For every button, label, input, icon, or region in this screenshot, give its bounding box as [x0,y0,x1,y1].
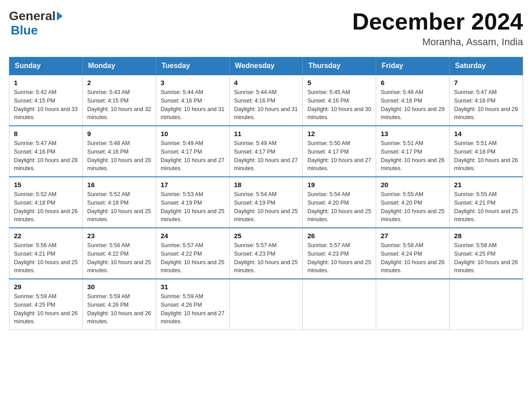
day-number: 8 [14,130,78,137]
day-info: Sunrise: 5:48 AMSunset: 4:16 PMDaylight:… [87,139,151,173]
day-number: 24 [161,232,225,240]
calendar-cell: 29Sunrise: 5:59 AMSunset: 4:25 PMDayligh… [9,279,83,330]
day-number: 26 [307,232,371,240]
week-row-2: 8Sunrise: 5:47 AMSunset: 4:16 PMDaylight… [9,126,523,177]
day-info: Sunrise: 5:47 AMSunset: 4:16 PMDaylight:… [454,88,518,122]
logo-blue-text: Blue [11,23,38,37]
day-number: 16 [87,181,151,188]
day-info: Sunrise: 5:52 AMSunset: 4:18 PMDaylight:… [87,190,151,224]
day-number: 2 [87,79,151,86]
day-number: 25 [234,232,298,240]
day-info: Sunrise: 5:50 AMSunset: 4:17 PMDaylight:… [307,139,371,173]
day-info: Sunrise: 5:42 AMSunset: 4:15 PMDaylight:… [14,88,78,122]
day-info: Sunrise: 5:58 AMSunset: 4:25 PMDaylight:… [454,241,518,275]
day-info: Sunrise: 5:54 AMSunset: 4:19 PMDaylight:… [234,190,298,224]
week-row-3: 15Sunrise: 5:52 AMSunset: 4:18 PMDayligh… [9,177,523,228]
day-number: 22 [14,232,78,240]
day-number: 11 [234,130,298,137]
calendar-cell [376,279,450,330]
day-number: 29 [14,283,78,291]
day-info: Sunrise: 5:56 AMSunset: 4:22 PMDaylight:… [87,241,151,275]
month-year-title: December 2024 [352,9,523,34]
calendar-cell: 9Sunrise: 5:48 AMSunset: 4:16 PMDaylight… [82,126,156,177]
calendar-cell: 3Sunrise: 5:44 AMSunset: 4:16 PMDaylight… [156,75,229,126]
day-number: 21 [454,181,518,188]
calendar-cell: 30Sunrise: 5:59 AMSunset: 4:26 PMDayligh… [82,279,156,330]
day-info: Sunrise: 5:59 AMSunset: 4:26 PMDaylight:… [161,292,225,326]
calendar-cell: 12Sunrise: 5:50 AMSunset: 4:17 PMDayligh… [303,126,376,177]
calendar-cell: 23Sunrise: 5:56 AMSunset: 4:22 PMDayligh… [82,228,156,279]
day-info: Sunrise: 5:51 AMSunset: 4:18 PMDaylight:… [454,139,518,173]
day-info: Sunrise: 5:52 AMSunset: 4:18 PMDaylight:… [14,190,78,224]
day-number: 10 [161,130,225,137]
day-info: Sunrise: 5:44 AMSunset: 4:16 PMDaylight:… [234,88,298,122]
day-number: 28 [454,232,518,240]
calendar-cell: 15Sunrise: 5:52 AMSunset: 4:18 PMDayligh… [9,177,83,228]
location-subtitle: Moranha, Assam, India [352,36,523,48]
title-area: December 2024 Moranha, Assam, India [352,9,523,48]
day-info: Sunrise: 5:53 AMSunset: 4:19 PMDaylight:… [161,190,225,224]
logo-general-text: General [9,9,56,23]
calendar-cell: 22Sunrise: 5:56 AMSunset: 4:21 PMDayligh… [9,228,83,279]
logo-triangle-icon [57,12,63,21]
day-info: Sunrise: 5:58 AMSunset: 4:24 PMDaylight:… [381,241,445,275]
col-header-tuesday: Tuesday [156,57,229,75]
day-info: Sunrise: 5:44 AMSunset: 4:16 PMDaylight:… [161,88,225,122]
calendar-cell: 1Sunrise: 5:42 AMSunset: 4:15 PMDaylight… [9,75,83,126]
calendar-header-row: SundayMondayTuesdayWednesdayThursdayFrid… [9,57,523,75]
calendar-cell: 27Sunrise: 5:58 AMSunset: 4:24 PMDayligh… [376,228,450,279]
day-number: 7 [454,79,518,86]
calendar-cell: 20Sunrise: 5:55 AMSunset: 4:20 PMDayligh… [376,177,450,228]
day-info: Sunrise: 5:49 AMSunset: 4:17 PMDaylight:… [234,139,298,173]
day-number: 3 [161,79,225,86]
page-header: General Blue December 2024 Moranha, Assa… [9,9,523,48]
calendar-table: SundayMondayTuesdayWednesdayThursdayFrid… [9,57,523,330]
day-number: 17 [161,181,225,188]
calendar-cell [229,279,303,330]
day-info: Sunrise: 5:59 AMSunset: 4:25 PMDaylight:… [14,292,78,326]
day-number: 5 [307,79,371,86]
calendar-cell: 17Sunrise: 5:53 AMSunset: 4:19 PMDayligh… [156,177,229,228]
day-number: 30 [87,283,151,291]
calendar-cell: 24Sunrise: 5:57 AMSunset: 4:22 PMDayligh… [156,228,229,279]
calendar-cell: 25Sunrise: 5:57 AMSunset: 4:23 PMDayligh… [229,228,303,279]
col-header-thursday: Thursday [303,57,376,75]
calendar-cell: 13Sunrise: 5:51 AMSunset: 4:17 PMDayligh… [376,126,450,177]
calendar-cell: 19Sunrise: 5:54 AMSunset: 4:20 PMDayligh… [303,177,376,228]
col-header-wednesday: Wednesday [229,57,303,75]
day-info: Sunrise: 5:45 AMSunset: 4:16 PMDaylight:… [307,88,371,122]
col-header-monday: Monday [82,57,156,75]
logo: General Blue [9,9,63,38]
day-info: Sunrise: 5:55 AMSunset: 4:20 PMDaylight:… [381,190,445,224]
calendar-cell: 11Sunrise: 5:49 AMSunset: 4:17 PMDayligh… [229,126,303,177]
day-info: Sunrise: 5:55 AMSunset: 4:21 PMDaylight:… [454,190,518,224]
calendar-cell: 6Sunrise: 5:46 AMSunset: 4:16 PMDaylight… [376,75,450,126]
calendar-cell: 8Sunrise: 5:47 AMSunset: 4:16 PMDaylight… [9,126,83,177]
col-header-saturday: Saturday [450,57,523,75]
day-info: Sunrise: 5:56 AMSunset: 4:21 PMDaylight:… [14,241,78,275]
day-info: Sunrise: 5:43 AMSunset: 4:15 PMDaylight:… [87,88,151,122]
day-number: 20 [381,181,445,188]
day-info: Sunrise: 5:57 AMSunset: 4:23 PMDaylight:… [234,241,298,275]
day-info: Sunrise: 5:54 AMSunset: 4:20 PMDaylight:… [307,190,371,224]
day-number: 9 [87,130,151,137]
day-info: Sunrise: 5:49 AMSunset: 4:17 PMDaylight:… [161,139,225,173]
day-number: 27 [381,232,445,240]
calendar-cell: 5Sunrise: 5:45 AMSunset: 4:16 PMDaylight… [303,75,376,126]
day-info: Sunrise: 5:46 AMSunset: 4:16 PMDaylight:… [381,88,445,122]
week-row-5: 29Sunrise: 5:59 AMSunset: 4:25 PMDayligh… [9,279,523,330]
day-info: Sunrise: 5:57 AMSunset: 4:23 PMDaylight:… [307,241,371,275]
calendar-cell: 4Sunrise: 5:44 AMSunset: 4:16 PMDaylight… [229,75,303,126]
calendar-cell: 26Sunrise: 5:57 AMSunset: 4:23 PMDayligh… [303,228,376,279]
calendar-cell: 18Sunrise: 5:54 AMSunset: 4:19 PMDayligh… [229,177,303,228]
day-number: 13 [381,130,445,137]
calendar-cell: 2Sunrise: 5:43 AMSunset: 4:15 PMDaylight… [82,75,156,126]
day-info: Sunrise: 5:47 AMSunset: 4:16 PMDaylight:… [14,139,78,173]
calendar-cell [303,279,376,330]
day-number: 1 [14,79,78,86]
calendar-cell [450,279,523,330]
calendar-cell: 7Sunrise: 5:47 AMSunset: 4:16 PMDaylight… [450,75,523,126]
col-header-sunday: Sunday [9,57,83,75]
day-number: 19 [307,181,371,188]
day-number: 18 [234,181,298,188]
